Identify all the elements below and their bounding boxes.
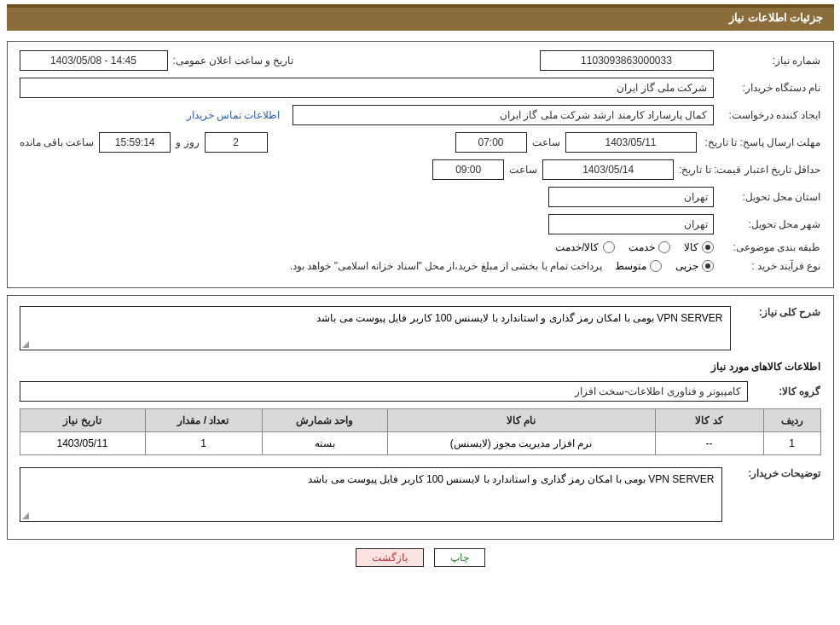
process-label: نوع فرآیند خرید : bbox=[719, 260, 821, 272]
time-remaining-label: ساعت باقی مانده bbox=[20, 136, 95, 148]
min-price-label: حداقل تاریخ اعتبار قیمت: تا تاریخ: bbox=[679, 164, 820, 176]
city-label: شهر محل تحویل: bbox=[719, 218, 821, 230]
buyer-notes-label: توضیحات خریدار: bbox=[727, 467, 821, 479]
cell-name: نرم افزار مدیریت مجوز (لایسنس) bbox=[387, 432, 655, 455]
general-desc-text: VPN SERVER بومی با امکان رمز گذاری و است… bbox=[316, 312, 722, 324]
table-row: 1 -- نرم افزار مدیریت مجوز (لایسنس) بسته… bbox=[20, 432, 820, 455]
group-label: گروه کالا: bbox=[753, 385, 821, 397]
deadline-date-field: 1403/05/11 bbox=[565, 132, 697, 153]
th-date: تاریخ نیاز bbox=[20, 409, 145, 432]
days-remaining-field: 2 bbox=[205, 132, 268, 153]
deadline-label: مهلت ارسال پاسخ: تا تاریخ: bbox=[702, 136, 821, 148]
radio-dot-medium bbox=[650, 260, 662, 272]
radio-dot-both bbox=[603, 241, 615, 253]
announce-datetime-field: 14:45 - 1403/05/08 bbox=[20, 50, 168, 71]
city-field: تهران bbox=[548, 214, 714, 234]
th-code: کد کالا bbox=[655, 409, 763, 432]
th-row: ردیف bbox=[763, 409, 820, 432]
cell-qty: 1 bbox=[145, 432, 262, 455]
print-button[interactable]: چاپ bbox=[434, 548, 485, 567]
announce-label: تاریخ و ساعت اعلان عمومی: bbox=[173, 55, 294, 67]
payment-note: پرداخت تمام یا بخشی از مبلغ خرید،از محل … bbox=[290, 260, 603, 272]
page-title-bar: جزئیات اطلاعات نیاز bbox=[7, 4, 834, 31]
page-title: جزئیات اطلاعات نیاز bbox=[729, 11, 823, 24]
buyer-org-label: نام دستگاه خریدار: bbox=[719, 82, 821, 94]
requester-label: ایجاد کننده درخواست: bbox=[719, 109, 821, 121]
general-desc-label: شرح کلی نیاز: bbox=[736, 306, 821, 318]
cell-code: -- bbox=[655, 432, 763, 455]
requester-field: کمال پارساراد کارمند ارشد شرکت ملی گاز ا… bbox=[293, 105, 714, 125]
process-radio-group: جزیی متوسط bbox=[615, 260, 714, 272]
classification-label: طبقه بندی موضوعی: bbox=[719, 241, 821, 253]
min-price-time-field: 09:00 bbox=[432, 159, 504, 180]
back-button[interactable]: بازگشت bbox=[356, 548, 424, 567]
buyer-notes-text: VPN SERVER بومی با امکان رمز گذاری و است… bbox=[308, 473, 714, 485]
radio-service-label: خدمت bbox=[629, 241, 655, 253]
resize-handle-icon bbox=[22, 512, 29, 519]
resize-handle-icon bbox=[22, 341, 29, 348]
radio-dot-small bbox=[702, 260, 714, 272]
cell-row: 1 bbox=[763, 432, 820, 455]
radio-medium-label: متوسط bbox=[615, 260, 646, 272]
radio-dot-goods bbox=[702, 241, 714, 253]
radio-medium[interactable]: متوسط bbox=[615, 260, 662, 272]
general-desc-textarea: VPN SERVER بومی با امکان رمز گذاری و است… bbox=[20, 306, 731, 350]
cell-date: 1403/05/11 bbox=[20, 432, 145, 455]
table-header-row: ردیف کد کالا نام کالا واحد شمارش تعداد /… bbox=[20, 409, 820, 432]
items-table: ردیف کد کالا نام کالا واحد شمارش تعداد /… bbox=[20, 408, 821, 455]
province-field: تهران bbox=[548, 187, 714, 207]
radio-goods-label: کالا bbox=[684, 241, 698, 253]
th-qty: تعداد / مقدار bbox=[145, 409, 262, 432]
radio-both[interactable]: کالا/خدمت bbox=[555, 241, 614, 253]
need-number-field: 1103093863000033 bbox=[540, 50, 714, 71]
buyer-contact-link[interactable]: اطلاعات تماس خریدار bbox=[187, 109, 281, 121]
items-heading: اطلاعات کالاهای مورد نیاز bbox=[20, 361, 821, 373]
days-and-label: روز و bbox=[176, 136, 199, 148]
need-number-label: شماره نیاز: bbox=[719, 55, 821, 67]
group-field: کامپیوتر و فناوری اطلاعات-سخت افزار bbox=[20, 381, 748, 402]
min-price-time-label: ساعت bbox=[509, 164, 537, 176]
min-price-date-field: 1403/05/14 bbox=[542, 159, 674, 180]
deadline-time-label: ساعت bbox=[532, 136, 560, 148]
radio-small-label: جزیی bbox=[675, 260, 698, 272]
buyer-notes-textarea: VPN SERVER بومی با امکان رمز گذاری و است… bbox=[20, 467, 722, 522]
th-name: نام کالا bbox=[387, 409, 655, 432]
radio-small[interactable]: جزیی bbox=[675, 260, 714, 272]
main-info-box: شماره نیاز: 1103093863000033 تاریخ و ساع… bbox=[7, 41, 834, 288]
radio-both-label: کالا/خدمت bbox=[555, 241, 599, 253]
radio-goods[interactable]: کالا bbox=[684, 241, 714, 253]
hms-remaining-field: 15:59:14 bbox=[99, 132, 171, 153]
need-details-box: شرح کلی نیاز: VPN SERVER بومی با امکان ر… bbox=[7, 295, 834, 540]
buyer-org-field: شرکت ملی گاز ایران bbox=[20, 78, 714, 98]
province-label: استان محل تحویل: bbox=[719, 191, 821, 203]
radio-dot-service bbox=[658, 241, 670, 253]
th-unit: واحد شمارش bbox=[262, 409, 387, 432]
cell-unit: بسته bbox=[262, 432, 387, 455]
classification-radio-group: کالا خدمت کالا/خدمت bbox=[555, 241, 713, 253]
button-row: چاپ بازگشت bbox=[7, 548, 834, 567]
radio-service[interactable]: خدمت bbox=[629, 241, 670, 253]
deadline-time-field: 07:00 bbox=[455, 132, 527, 153]
